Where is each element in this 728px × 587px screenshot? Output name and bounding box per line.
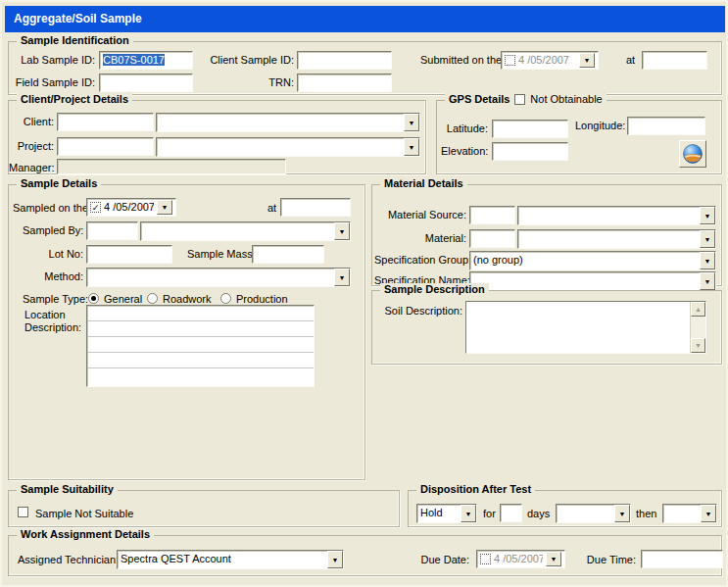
disposition-then-label: then [636, 508, 656, 520]
scroll-up-icon[interactable]: ▲ [691, 302, 705, 317]
client-name-value [157, 114, 404, 131]
group-title-gps-details: GPS Details [449, 93, 510, 105]
radio-roadwork[interactable] [147, 293, 158, 304]
group-sample-identification: Sample Identification Lab Sample ID: CB0… [8, 41, 722, 95]
client-sample-id-field[interactable] [297, 51, 392, 70]
radio-general[interactable] [88, 293, 99, 304]
chevron-down-icon[interactable]: ▼ [700, 252, 715, 269]
sampled-by-code-field[interactable] [86, 221, 138, 240]
elevation-label: Elevation: [441, 145, 488, 158]
disposition-for-label: for [483, 508, 496, 520]
disposition-then-combobox[interactable]: ▼ [662, 504, 717, 523]
google-earth-icon [682, 143, 704, 165]
client-code-field[interactable] [57, 113, 154, 131]
disposition-period-combobox[interactable]: ▼ [556, 504, 631, 523]
chevron-down-icon[interactable]: ▼ [461, 505, 476, 522]
google-earth-button[interactable] [679, 140, 706, 168]
chevron-down-icon[interactable]: ▼ [327, 551, 343, 568]
material-source-code-field[interactable] [469, 206, 515, 224]
due-time-field[interactable] [641, 550, 723, 568]
longitude-label: Longitude: [575, 120, 625, 132]
chevron-down-icon[interactable]: ▼ [614, 505, 630, 522]
project-code-field[interactable] [57, 137, 154, 156]
location-description-row[interactable] [87, 321, 314, 337]
group-title-sample-details: Sample Details [21, 177, 97, 189]
chevron-down-icon[interactable]: ▼ [546, 552, 561, 566]
material-source-value [518, 207, 700, 224]
due-date-checkbox[interactable]: ✓ [480, 554, 491, 564]
submitted-at-label: at [626, 54, 635, 67]
chevron-down-icon[interactable]: ▼ [579, 53, 595, 68]
window-title: Aggregate/Soil Sample [5, 6, 725, 32]
sampled-by-combobox[interactable]: ▼ [140, 221, 351, 241]
chevron-down-icon[interactable]: ▼ [701, 505, 716, 522]
sample-not-suitable-checkbox[interactable]: ✓ [18, 507, 28, 517]
disposition-period-value [557, 505, 614, 522]
latitude-field[interactable] [492, 120, 568, 138]
chevron-down-icon[interactable]: ▼ [404, 114, 419, 131]
chevron-down-icon[interactable]: ▼ [700, 230, 715, 248]
soil-description-value[interactable] [466, 302, 690, 353]
group-work-assignment: Work Assignment Details Assigned Technic… [8, 535, 722, 576]
project-combobox[interactable]: ▼ [156, 137, 420, 157]
chevron-down-icon[interactable]: ▼ [334, 269, 350, 286]
location-description-row[interactable] [87, 306, 314, 321]
specification-group-combobox[interactable]: (no group) ▼ [469, 251, 716, 270]
gps-not-obtainable-checkbox[interactable]: ✓ [514, 94, 525, 105]
soil-description-scrollbar[interactable]: ▲ ▼ [690, 302, 705, 353]
method-combobox[interactable]: ▼ [86, 268, 351, 287]
specification-name-combobox[interactable]: ▼ [469, 271, 716, 291]
manager-label: Manager: [9, 162, 54, 174]
due-date-label: Due Date: [418, 554, 469, 566]
trn-field[interactable] [297, 73, 392, 92]
soil-description-textarea[interactable]: ▲ ▼ [465, 301, 706, 354]
material-code-field[interactable] [469, 229, 515, 248]
location-description-box[interactable] [86, 305, 315, 387]
manager-field [57, 159, 286, 174]
group-title-sample-suitability: Sample Suitability [21, 483, 114, 495]
disposition-days-field[interactable] [500, 504, 522, 522]
due-date-picker[interactable]: ✓ 4 /05/2007 ▼ [476, 550, 565, 568]
sample-mass-field[interactable] [252, 245, 324, 264]
specification-group-label: Specification Group: [374, 254, 466, 267]
submitted-date-value: 4 /05/2007 [518, 54, 576, 67]
submitted-date-checkbox[interactable]: ✓ [505, 55, 515, 66]
location-description-row[interactable] [87, 353, 314, 368]
group-client-project: Client/Project Details Client: ▼ Project… [8, 100, 426, 174]
location-description-row[interactable] [87, 337, 314, 353]
material-source-label: Material Source: [378, 209, 466, 221]
radio-production[interactable] [220, 293, 231, 304]
submitted-at-field[interactable] [642, 51, 707, 70]
submitted-on-label: Submitted on the [420, 54, 502, 67]
group-title-material-details: Material Details [384, 177, 463, 189]
sampled-at-field[interactable] [280, 198, 351, 217]
assigned-technician-combobox[interactable]: Spectra QEST Account ▼ [117, 550, 344, 569]
scroll-down-icon[interactable]: ▼ [691, 338, 705, 353]
project-label: Project: [13, 140, 54, 153]
elevation-field[interactable] [492, 142, 568, 161]
material-combobox[interactable]: ▼ [517, 229, 716, 249]
location-description-row[interactable] [87, 368, 314, 384]
method-label: Method: [38, 270, 83, 283]
sampled-date-checkbox[interactable]: ✓ [90, 202, 101, 213]
submitted-date-picker[interactable]: ✓ 4 /05/2007 ▼ [501, 51, 599, 70]
field-sample-id-field[interactable] [99, 73, 193, 92]
group-title-client-project: Client/Project Details [21, 93, 128, 105]
chevron-down-icon[interactable]: ▼ [157, 200, 172, 215]
chevron-down-icon[interactable]: ▼ [700, 272, 715, 290]
sampled-date-picker[interactable]: ✓ 4 /05/2007 ▼ [86, 198, 176, 217]
due-time-label: Due Time: [585, 554, 636, 566]
lot-no-field[interactable] [86, 245, 172, 264]
material-source-combobox[interactable]: ▼ [517, 206, 716, 225]
disposition-then-value [663, 505, 701, 522]
client-combobox[interactable]: ▼ [156, 113, 420, 132]
disposition-action-combobox[interactable]: Hold ▼ [416, 504, 477, 523]
chevron-down-icon[interactable]: ▼ [334, 222, 350, 240]
longitude-field[interactable] [627, 117, 705, 135]
latitude-label: Latitude: [443, 122, 488, 135]
chevron-down-icon[interactable]: ▼ [404, 138, 419, 156]
material-label: Material: [378, 232, 466, 245]
chevron-down-icon[interactable]: ▼ [700, 207, 715, 224]
sampled-by-name-value [141, 222, 334, 240]
lab-sample-id-field[interactable]: CB07S-0017 [99, 51, 193, 70]
